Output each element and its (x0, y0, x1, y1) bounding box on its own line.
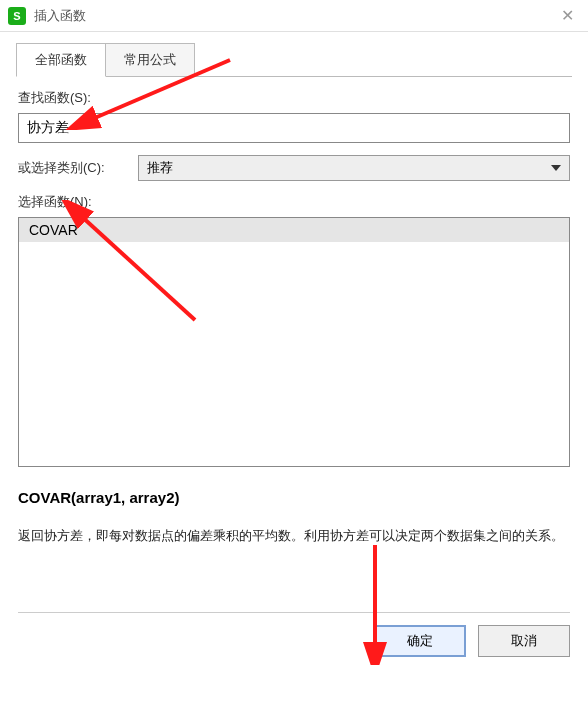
function-description: 返回协方差，即每对数据点的偏差乘积的平均数。利用协方差可以决定两个数据集之间的关… (18, 524, 570, 604)
category-select[interactable]: 推荐 (138, 155, 570, 181)
category-selected: 推荐 (147, 159, 173, 177)
chevron-down-icon (551, 165, 561, 171)
footer-divider (18, 612, 570, 613)
tab-common-formulas[interactable]: 常用公式 (106, 43, 195, 77)
function-list-label: 选择函数(N): (18, 193, 570, 211)
search-label: 查找函数(S): (18, 89, 570, 107)
titlebar: S 插入函数 ✕ (0, 0, 588, 32)
category-label: 或选择类别(C): (18, 159, 138, 177)
ok-button[interactable]: 确定 (374, 625, 466, 657)
search-input[interactable] (18, 113, 570, 143)
tab-all-functions[interactable]: 全部函数 (16, 43, 106, 77)
cancel-button[interactable]: 取消 (478, 625, 570, 657)
function-listbox[interactable]: COVAR (18, 217, 570, 467)
footer: 确定 取消 (0, 625, 588, 669)
tabs: 全部函数 常用公式 (0, 32, 588, 76)
function-signature: COVAR(array1, array2) (18, 489, 570, 506)
close-button[interactable]: ✕ (555, 6, 580, 25)
list-item[interactable]: COVAR (19, 218, 569, 242)
app-icon: S (8, 7, 26, 25)
window-title: 插入函数 (34, 7, 555, 25)
